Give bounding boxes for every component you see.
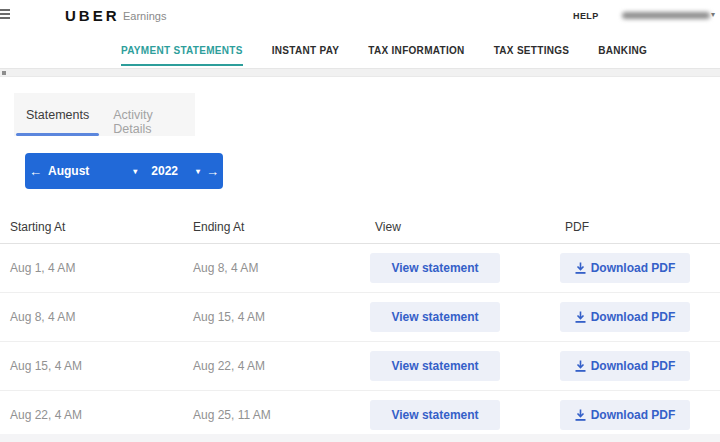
view-statement-button[interactable]: View statement xyxy=(370,400,500,430)
subtab-activity-details[interactable]: Activity Details xyxy=(101,93,195,136)
view-statement-button[interactable]: View statement xyxy=(370,253,500,283)
column-header-pdf: PDF xyxy=(560,220,720,234)
table-row: Aug 8, 4 AM Aug 15, 4 AM View statement … xyxy=(0,293,720,342)
table-header-row: Starting At Ending At View PDF xyxy=(0,210,720,243)
column-header-view: View xyxy=(370,220,560,234)
ending-at-value: Aug 15, 4 AM xyxy=(193,310,370,324)
starting-at-value: Aug 1, 4 AM xyxy=(10,261,193,275)
tab-tax-information[interactable]: TAX INFORMATION xyxy=(368,33,464,72)
horizontal-scrollbar[interactable] xyxy=(0,68,720,77)
main-nav-tabs: PAYMENT STATEMENTS INSTANT PAY TAX INFOR… xyxy=(121,33,647,72)
product-title: Earnings xyxy=(123,10,166,22)
starting-at-value: Aug 15, 4 AM xyxy=(10,359,193,373)
uber-logo: UBER xyxy=(65,7,120,24)
table-row: Aug 22, 4 AM Aug 25, 11 AM View statemen… xyxy=(0,391,720,440)
starting-at-value: Aug 8, 4 AM xyxy=(10,310,193,324)
tab-payment-statements[interactable]: PAYMENT STATEMENTS xyxy=(121,33,243,72)
top-bar: UBER Earnings HELP ▾ xyxy=(0,0,720,30)
previous-month-arrow-icon[interactable]: ← xyxy=(25,164,46,179)
chevron-down-icon: ▾ xyxy=(711,10,715,19)
download-icon xyxy=(575,262,586,274)
download-pdf-label: Download PDF xyxy=(591,310,676,324)
table-row: Aug 1, 4 AM Aug 8, 4 AM View statement D… xyxy=(0,244,720,293)
help-link[interactable]: HELP xyxy=(573,11,599,21)
view-statement-label: View statement xyxy=(391,408,478,422)
download-pdf-label: Download PDF xyxy=(591,359,676,373)
view-statement-label: View statement xyxy=(391,359,478,373)
download-pdf-button[interactable]: Download PDF xyxy=(560,400,690,430)
view-statement-label: View statement xyxy=(391,310,478,324)
year-caret-icon[interactable]: ▾ xyxy=(196,167,200,176)
earnings-page: UBER Earnings HELP ▾ PAYMENT STATEMENTS … xyxy=(0,0,720,442)
next-month-arrow-icon[interactable]: → xyxy=(202,164,223,179)
month-caret-icon[interactable]: ▾ xyxy=(133,167,137,176)
download-pdf-button[interactable]: Download PDF xyxy=(560,253,690,283)
table-row: Aug 15, 4 AM Aug 22, 4 AM View statement… xyxy=(0,342,720,391)
ending-at-value: Aug 25, 11 AM xyxy=(193,408,370,422)
download-icon xyxy=(575,360,586,372)
month-dropdown[interactable]: August xyxy=(48,164,89,178)
column-header-ending-at: Ending At xyxy=(193,220,370,234)
view-statement-button[interactable]: View statement xyxy=(370,302,500,332)
user-account-redacted[interactable] xyxy=(622,12,710,19)
view-statement-label: View statement xyxy=(391,261,478,275)
date-selector: ← August ▾ 2022 ▾ → xyxy=(25,153,223,189)
view-statement-button[interactable]: View statement xyxy=(370,351,500,381)
ending-at-value: Aug 8, 4 AM xyxy=(193,261,370,275)
scrollbar-thumb[interactable] xyxy=(2,71,6,75)
column-header-starting-at: Starting At xyxy=(10,220,193,234)
year-dropdown[interactable]: 2022 xyxy=(151,164,178,178)
next-row-edge xyxy=(0,434,720,442)
download-pdf-button[interactable]: Download PDF xyxy=(560,302,690,332)
subtab-statements[interactable]: Statements xyxy=(14,93,101,136)
starting-at-value: Aug 22, 4 AM xyxy=(10,408,193,422)
tab-banking[interactable]: BANKING xyxy=(598,33,647,72)
download-pdf-label: Download PDF xyxy=(591,408,676,422)
download-pdf-label: Download PDF xyxy=(591,261,676,275)
tab-instant-pay[interactable]: INSTANT PAY xyxy=(272,33,340,72)
download-icon xyxy=(575,409,586,421)
ending-at-value: Aug 22, 4 AM xyxy=(193,359,370,373)
tab-tax-settings[interactable]: TAX SETTINGS xyxy=(494,33,570,72)
hamburger-menu-icon[interactable] xyxy=(0,9,10,21)
download-pdf-button[interactable]: Download PDF xyxy=(560,351,690,381)
download-icon xyxy=(575,311,586,323)
statements-table: Starting At Ending At View PDF Aug 1, 4 … xyxy=(0,210,720,440)
statements-subtabs: Statements Activity Details xyxy=(14,93,195,136)
